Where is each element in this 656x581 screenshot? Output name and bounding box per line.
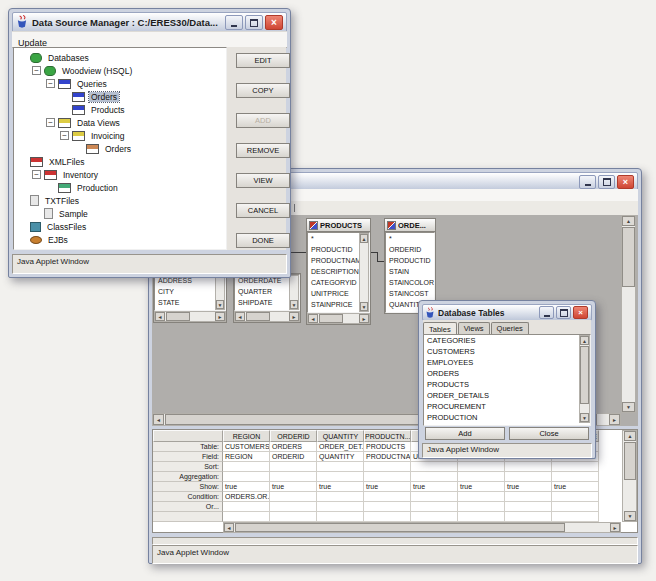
grid-cell[interactable] [411, 492, 458, 502]
grid-cell[interactable] [505, 472, 552, 482]
field-item[interactable]: STAIN [386, 266, 435, 277]
list-item[interactable]: PRODUCTS [424, 379, 590, 390]
scroll-right-icon[interactable]: ► [289, 312, 299, 321]
scroll-right-icon[interactable]: ► [609, 414, 620, 425]
scroll-left-icon[interactable]: ◄ [224, 523, 234, 532]
field-item[interactable]: STAINCOLOR [386, 277, 435, 288]
grid-cell[interactable] [411, 472, 458, 482]
scrollbar-thumb[interactable] [319, 314, 343, 323]
grid-cell[interactable]: PRODUCTS [364, 442, 411, 452]
grid-cell[interactable] [223, 502, 270, 512]
panel-horizontal-scrollbar[interactable]: ◄► [234, 311, 300, 322]
panel-vertical-scrollbar[interactable]: ▼ [215, 275, 225, 310]
scroll-up-icon[interactable]: ▲ [624, 431, 636, 441]
field-item[interactable]: QUARTER [235, 286, 292, 297]
table-panel[interactable]: PRODUCTS*PRODUCTIDPRODUCTNAMEDESCRIPTION… [306, 218, 371, 325]
grid-column-header[interactable]: QUANTITY [317, 430, 364, 442]
minimize-icon[interactable] [539, 306, 554, 319]
list-item[interactable]: EMPLOYEES [424, 357, 590, 368]
scroll-right-icon[interactable]: ► [215, 312, 225, 321]
dsm-titlebar[interactable]: Data Source Manager : C:/ERES30/Data... … [12, 12, 287, 33]
tree-item[interactable]: −Woodview (HSQL) [14, 64, 226, 77]
list-item[interactable]: CATEGORIES [424, 335, 590, 346]
scroll-left-icon[interactable]: ◄ [153, 414, 164, 425]
scrollbar-thumb[interactable] [622, 227, 635, 287]
grid-cell[interactable]: REGION [223, 452, 270, 462]
field-item[interactable]: UNITPRICE [308, 288, 362, 299]
grid-cell[interactable] [223, 512, 270, 522]
grid-cell[interactable] [317, 492, 364, 502]
grid-cell[interactable] [270, 462, 317, 472]
list-item[interactable]: ORDERS [424, 368, 590, 379]
grid-cell[interactable] [458, 502, 505, 512]
table-panel[interactable]: ADDRESSCITYSTATE▼◄► [153, 273, 227, 323]
collapse-icon[interactable]: − [32, 170, 41, 179]
grid-cell[interactable]: true [270, 482, 317, 492]
grid-cell[interactable] [411, 462, 458, 472]
scroll-up-icon[interactable]: ▲ [580, 336, 589, 345]
grid-cell[interactable] [364, 472, 411, 482]
panel-horizontal-scrollbar[interactable]: ◄► [307, 313, 370, 324]
collapse-icon[interactable]: − [46, 79, 55, 88]
tree-item[interactable]: −Inventory [14, 168, 226, 181]
scroll-down-icon[interactable]: ▼ [624, 511, 636, 521]
grid-cell[interactable] [317, 472, 364, 482]
table-panel-titlebar[interactable]: ORDE... [385, 219, 435, 232]
view-button[interactable]: VIEW [236, 173, 290, 188]
grid-cell[interactable] [552, 502, 599, 512]
grid-cell[interactable] [458, 512, 505, 522]
close-button[interactable]: Close [509, 427, 589, 440]
done-button[interactable]: DONE [236, 233, 290, 248]
scroll-left-icon[interactable]: ◄ [155, 312, 165, 321]
tree-item[interactable]: Orders [14, 90, 226, 103]
field-item[interactable]: STAINPRICE [308, 299, 362, 310]
field-item[interactable]: PRODUCTID [386, 255, 435, 266]
grid-cell[interactable]: CUSTOMERS [223, 442, 270, 452]
grid-cell[interactable] [458, 492, 505, 502]
grid-cell[interactable] [458, 472, 505, 482]
field-item[interactable]: * [308, 233, 362, 244]
grid-cell[interactable]: true [458, 482, 505, 492]
grid-cell[interactable] [552, 492, 599, 502]
tree-item[interactable]: −Queries [14, 77, 226, 90]
tree-item[interactable]: XMLFiles [14, 155, 226, 168]
scroll-down-icon[interactable]: ▼ [360, 302, 368, 311]
add-button[interactable]: Add [425, 427, 505, 440]
grid-cell[interactable] [505, 502, 552, 512]
panel-vertical-scrollbar[interactable]: ▲▼ [359, 233, 369, 312]
grid-cell[interactable] [552, 462, 599, 472]
grid-cell[interactable] [317, 462, 364, 472]
grid-cell[interactable] [364, 512, 411, 522]
grid-cell[interactable] [552, 472, 599, 482]
tree-item[interactable]: Orders [14, 142, 226, 155]
tree-item[interactable]: EJBs [14, 233, 226, 246]
list-item[interactable]: PRODUCTION [424, 412, 590, 423]
grid-column-header[interactable]: PRODUCTN... [364, 430, 411, 442]
grid-cell[interactable] [223, 462, 270, 472]
remove-button[interactable]: REMOVE [236, 143, 290, 158]
scrollbar-thumb[interactable] [580, 346, 589, 404]
grid-cell[interactable]: true [552, 482, 599, 492]
grid-cell[interactable] [364, 492, 411, 502]
field-item[interactable]: * [386, 233, 435, 244]
tree-item[interactable]: ClassFiles [14, 220, 226, 233]
list-item[interactable]: ORDER_DETAILS [424, 390, 590, 401]
collapse-icon[interactable]: − [46, 118, 55, 127]
field-item[interactable]: DESCRIPTION [308, 266, 362, 277]
scroll-up-icon[interactable]: ▲ [360, 234, 368, 243]
tree-item[interactable]: Products [14, 103, 226, 116]
list-item[interactable]: CUSTOMERS [424, 346, 590, 357]
grid-cell[interactable]: true [505, 482, 552, 492]
grid-cell[interactable] [223, 472, 270, 482]
dbt-titlebar[interactable]: Database Tables × [422, 304, 592, 321]
copy-button[interactable]: COPY [236, 83, 290, 98]
grid-cell[interactable] [411, 502, 458, 512]
tree-item[interactable]: Sample [14, 207, 226, 220]
grid-cell[interactable] [364, 502, 411, 512]
panel-horizontal-scrollbar[interactable]: ◄► [154, 311, 226, 322]
grid-cell[interactable]: PRODUCTNA... [364, 452, 411, 462]
field-item[interactable]: STATE [155, 297, 218, 308]
grid-vertical-scrollbar[interactable]: ▲▼ [622, 430, 637, 522]
table-panel[interactable]: ORDERDATEQUARTERSHIPDATE▼◄► [233, 273, 301, 323]
grid-column-header[interactable]: ORDERID [270, 430, 317, 442]
